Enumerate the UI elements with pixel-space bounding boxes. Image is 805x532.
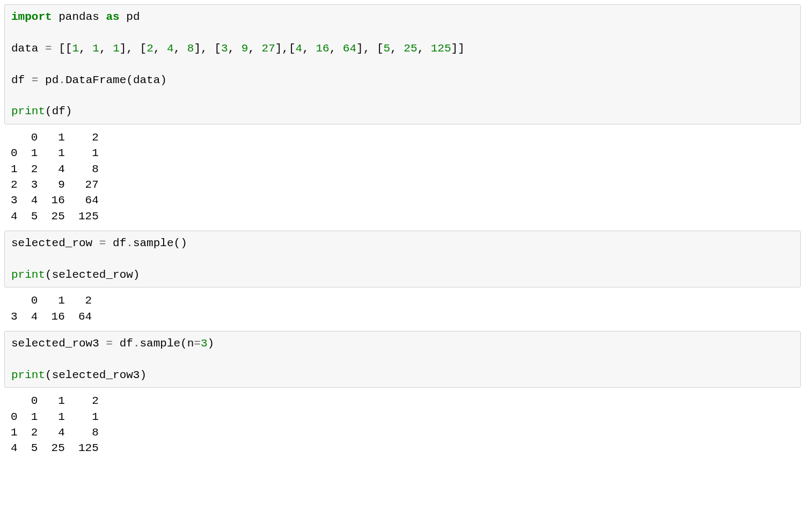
bracket-open: [ (58, 42, 65, 55)
alias-pd: pd (126, 11, 140, 23)
space (133, 42, 140, 55)
operator-dot: . (126, 237, 133, 249)
space (160, 42, 167, 55)
paren-open: ( (126, 74, 133, 86)
builtin-print: print (11, 269, 45, 281)
bracket-open: [ (289, 42, 296, 55)
comma: , (79, 42, 86, 55)
space (309, 42, 316, 55)
identifier-df: df (11, 74, 25, 86)
identifier-selected-row3: selected_row3 (11, 337, 99, 350)
space (52, 11, 59, 23)
builtin-print: print (11, 369, 45, 381)
space (92, 237, 99, 249)
kwarg-n: n (187, 337, 194, 350)
bracket-open: [ (214, 42, 221, 55)
number-literal: 2 (147, 42, 153, 55)
comma: , (330, 42, 336, 55)
comma: , (363, 42, 370, 55)
space (113, 337, 120, 350)
comma: , (302, 42, 309, 55)
builtin-print: print (11, 105, 45, 117)
paren-open: ( (174, 237, 181, 249)
number-literal: 3 (201, 337, 208, 350)
comma: , (153, 42, 160, 55)
space (255, 42, 262, 55)
bracket-close: ] (194, 42, 201, 55)
operator-eq: = (45, 42, 52, 55)
operator-eq: = (194, 337, 201, 350)
space (208, 42, 215, 55)
paren-close: ) (65, 105, 72, 117)
keyword-import: import (11, 11, 52, 23)
keyword-as: as (106, 11, 119, 23)
comma: , (201, 42, 208, 55)
number-literal: 16 (316, 42, 329, 55)
code-cell-2[interactable]: selected_row = df.sample() print(selecte… (4, 231, 801, 287)
space (106, 42, 113, 55)
space (38, 42, 45, 55)
space (99, 11, 106, 23)
number-literal: 27 (262, 42, 275, 55)
space (235, 42, 241, 55)
number-literal: 125 (431, 42, 451, 55)
output-cell-2: 0 1 2 3 4 16 64 (4, 291, 801, 331)
number-literal: 9 (241, 42, 248, 55)
paren-open: ( (180, 337, 187, 350)
space (25, 74, 32, 86)
bracket-close: ] (120, 42, 127, 55)
paren-open: ( (45, 105, 52, 117)
identifier-selected-row: selected_row (11, 237, 92, 249)
call-dataframe: DataFrame (65, 74, 126, 86)
paren-close: ) (133, 269, 140, 281)
identifier-df: df (120, 337, 133, 350)
comma: , (282, 42, 289, 55)
paren-open: ( (45, 269, 52, 281)
operator-eq: = (106, 337, 113, 350)
space (106, 237, 113, 249)
number-literal: 5 (384, 42, 391, 55)
comma: , (99, 42, 106, 55)
paren-close: ) (140, 369, 147, 381)
identifier-df: df (113, 237, 126, 249)
identifier-df: df (52, 105, 65, 117)
space (38, 74, 45, 86)
number-literal: 4 (296, 42, 303, 55)
space (370, 42, 377, 55)
paren-close: ) (208, 337, 215, 350)
number-literal: 8 (187, 42, 194, 55)
comma: , (390, 42, 397, 55)
space (99, 337, 106, 350)
output-cell-1: 0 1 2 0 1 1 1 1 2 4 8 2 3 9 27 3 4 16 64… (4, 128, 801, 231)
output-cell-3: 0 1 2 0 1 1 1 1 2 4 8 4 5 25 125 (4, 391, 801, 463)
number-literal: 4 (167, 42, 174, 55)
space (52, 42, 59, 55)
module-pandas: pandas (58, 11, 99, 23)
paren-close: ) (160, 74, 167, 86)
comma: , (174, 42, 181, 55)
operator-dot: . (58, 74, 65, 86)
code-cell-1[interactable]: import pandas as pd data = [[1, 1, 1], [… (4, 4, 801, 124)
bracket-open: [ (65, 42, 72, 55)
operator-eq: = (99, 237, 106, 249)
identifier-selected-row3: selected_row3 (52, 369, 140, 381)
number-literal: 1 (72, 42, 79, 55)
code-cell-3[interactable]: selected_row3 = df.sample(n=3) print(sel… (4, 331, 801, 388)
number-literal: 1 (92, 42, 99, 55)
operator-dot: . (133, 337, 140, 350)
space (424, 42, 431, 55)
space (336, 42, 343, 55)
bracket-close: ] (458, 42, 465, 55)
number-literal: 64 (343, 42, 356, 55)
number-literal: 25 (404, 42, 417, 55)
space (180, 42, 187, 55)
bracket-open: [ (377, 42, 384, 55)
comma: , (126, 42, 133, 55)
bracket-open: [ (140, 42, 147, 55)
number-literal: 1 (113, 42, 120, 55)
bracket-close: ] (275, 42, 282, 55)
call-sample: sample (140, 337, 180, 350)
identifier-pd: pd (45, 74, 58, 86)
space (86, 42, 93, 55)
bracket-close: ] (451, 42, 458, 55)
